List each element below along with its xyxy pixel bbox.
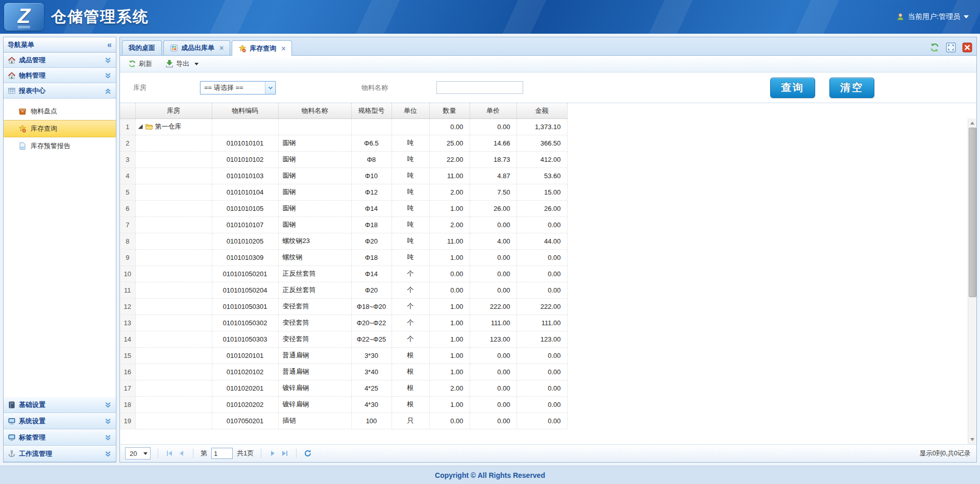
refresh-tab-icon[interactable] <box>929 42 940 53</box>
next-page-button[interactable] <box>268 449 277 457</box>
collapse-sidebar-icon[interactable]: « <box>107 41 112 49</box>
table-row[interactable]: 11010101050204正反丝套筒Φ20个0.000.000.00 <box>120 282 567 298</box>
cell-spec: Φ8 <box>351 151 391 167</box>
chevron-down-icon <box>194 63 199 65</box>
last-page-button[interactable] <box>281 449 289 457</box>
table-row[interactable]: 90101010309螺纹钢Φ18吨1.000.000.00 <box>120 249 567 265</box>
table-row[interactable]: 14010101050303变径套筒Φ22~Φ25个1.00123.00123.… <box>120 331 567 347</box>
table-row[interactable]: 12010101050301变径套筒Φ18~Φ20个1.00222.00222.… <box>120 298 567 314</box>
column-header[interactable]: 单位 <box>391 103 429 118</box>
chevron-down-icon <box>265 82 275 94</box>
cell-quantity: 1.00 <box>429 364 470 380</box>
query-button[interactable]: 查询 <box>770 78 815 98</box>
reload-page-icon[interactable] <box>304 449 312 457</box>
tree-expander-icon[interactable] <box>138 125 143 129</box>
cell-amount: 26.00 <box>517 200 567 216</box>
cell-material-name: 螺纹钢23 <box>278 233 351 249</box>
warehouse-select[interactable]: == 请选择 == <box>200 81 276 94</box>
close-panel-icon[interactable] <box>962 42 972 53</box>
table-row[interactable]: 170101020201镀锌扁钢4*25根2.000.000.00 <box>120 380 567 396</box>
tab-inventory-query[interactable]: 库存查询× <box>232 40 292 56</box>
table-row[interactable]: 30101010102圆钢Φ8吨22.0018.73412.00 <box>120 151 567 167</box>
warehouse-name-label: 第一仓库 <box>155 122 182 131</box>
sidebar-item-material-stocktake[interactable]: 物料盘点 <box>4 103 116 120</box>
cell-spec: Φ20~Φ22 <box>351 314 391 331</box>
user-menu[interactable]: 当前用户:管理员 <box>896 12 969 21</box>
column-header[interactable]: 数量 <box>429 103 470 118</box>
cell-unit: 个 <box>391 314 429 331</box>
sidebar-item-workflow-mgmt[interactable]: 工作流管理 <box>4 446 116 462</box>
table-row[interactable]: 20101010101圆钢Φ6.5吨25.0014.66366.50 <box>120 135 567 151</box>
column-header[interactable]: 物料名称 <box>278 103 351 118</box>
cell-material-name: 变径套筒 <box>278 314 351 331</box>
column-header[interactable]: 规格型号 <box>351 103 391 118</box>
cell-warehouse <box>135 380 212 396</box>
cell-unit: 吨 <box>391 200 429 216</box>
cell-amount: 366.50 <box>517 135 567 151</box>
vertical-scrollbar[interactable] <box>968 118 976 444</box>
table-row[interactable]: 10010101050201正反丝套筒Φ14个0.000.000.00 <box>120 265 567 282</box>
cell-unit-price: 4.87 <box>470 167 517 184</box>
sidebar-item-material-mgmt[interactable]: 物料管理 <box>4 68 116 83</box>
cell-material-name: 圆钢 <box>278 184 351 200</box>
cell-material-code: 0101020202 <box>212 396 278 413</box>
export-button[interactable]: 导出 <box>163 58 201 70</box>
cell-material-code: 0101010104 <box>212 184 278 200</box>
table-row[interactable]: 160101020102普通扁钢3*40根1.000.000.00 <box>120 364 567 380</box>
cell-spec: Φ14 <box>351 265 391 282</box>
cell-material-code <box>212 118 278 135</box>
table-group-row[interactable]: 1第一仓库0.000.001,373.10 <box>120 118 567 135</box>
sidebar-item-inventory-query[interactable]: 库存查询 <box>4 120 116 137</box>
sidebar-item-inventory-warning-report[interactable]: 库存预警报告 <box>4 137 116 155</box>
cell-warehouse <box>135 298 212 314</box>
page-size-select[interactable]: 20 <box>125 447 151 459</box>
sidebar-item-label-mgmt[interactable]: 标签管理 <box>4 429 116 446</box>
material-name-input[interactable] <box>436 81 523 94</box>
maximize-icon[interactable] <box>946 42 956 53</box>
page-number-input[interactable] <box>211 448 233 459</box>
cell-quantity: 2.00 <box>429 184 470 200</box>
close-tab-icon[interactable]: × <box>219 44 224 52</box>
table-row[interactable]: 150101020101普通扁钢3*30根1.000.000.00 <box>120 347 567 364</box>
scroll-down-icon[interactable] <box>968 435 976 444</box>
close-tab-icon[interactable]: × <box>281 45 285 52</box>
first-page-button[interactable] <box>165 449 174 457</box>
table-row[interactable]: 40101010103圆钢Φ10吨11.004.8753.60 <box>120 167 567 184</box>
scrollbar-thumb[interactable] <box>969 128 976 297</box>
sidebar-item-basic-settings[interactable]: 基础设置 <box>4 397 116 413</box>
table-row[interactable]: 13010101050302变径套筒Φ20~Φ22个1.00111.00111.… <box>120 314 567 331</box>
cell-amount: 0.00 <box>517 282 567 298</box>
tab-product-outbound-order[interactable]: 成品出库单× <box>163 40 230 55</box>
column-header[interactable]: 金额 <box>517 103 567 118</box>
table-row[interactable]: 50101010104圆钢Φ12吨2.007.5015.00 <box>120 184 567 200</box>
column-header[interactable]: 库房 <box>135 103 212 118</box>
column-header[interactable]: 物料编码 <box>212 103 278 118</box>
table-row[interactable]: 70101010107圆钢Φ18吨2.000.000.00 <box>120 216 567 233</box>
tab-my-desktop[interactable]: 我的桌面 <box>122 40 162 55</box>
logo-letter: Z <box>18 6 30 28</box>
table-row[interactable]: 80101010205螺纹钢23Φ20吨11.004.0044.00 <box>120 233 567 249</box>
grid-icon <box>170 44 178 52</box>
column-header[interactable]: 单价 <box>470 103 517 118</box>
table-row[interactable]: 180101020202镀锌扁钢4*30根1.000.000.00 <box>120 396 567 413</box>
chevron-double-up-icon <box>104 87 112 95</box>
cell-material-code: 0101020102 <box>212 364 278 380</box>
cell-unit-price: 0.00 <box>470 396 517 413</box>
cell-warehouse <box>135 396 212 413</box>
sidebar-item-system-settings[interactable]: 系统设置 <box>4 413 116 429</box>
cell-unit-price: 0.00 <box>470 282 517 298</box>
table-row[interactable]: 60101010105圆钢Φ14吨1.0026.0026.00 <box>120 200 567 216</box>
book-icon <box>8 401 16 409</box>
scroll-up-icon[interactable] <box>968 119 976 127</box>
chevron-down-icon <box>143 452 148 455</box>
page-footer: Copyright © All Rights Reserved <box>0 466 980 484</box>
cell-spec: 3*40 <box>351 364 391 380</box>
sidebar-item-report-center[interactable]: 报表中心 <box>4 83 116 99</box>
refresh-button[interactable]: 刷新 <box>126 58 154 70</box>
warehouse-label: 库房 <box>133 83 146 92</box>
table-row[interactable]: 190107050201插销100只0.000.000.00 <box>120 413 567 429</box>
cell-spec: 4*30 <box>351 396 391 413</box>
sidebar-item-product-mgmt[interactable]: 成品管理 <box>4 53 116 68</box>
prev-page-button[interactable] <box>178 449 186 457</box>
clear-button[interactable]: 清空 <box>829 78 874 98</box>
